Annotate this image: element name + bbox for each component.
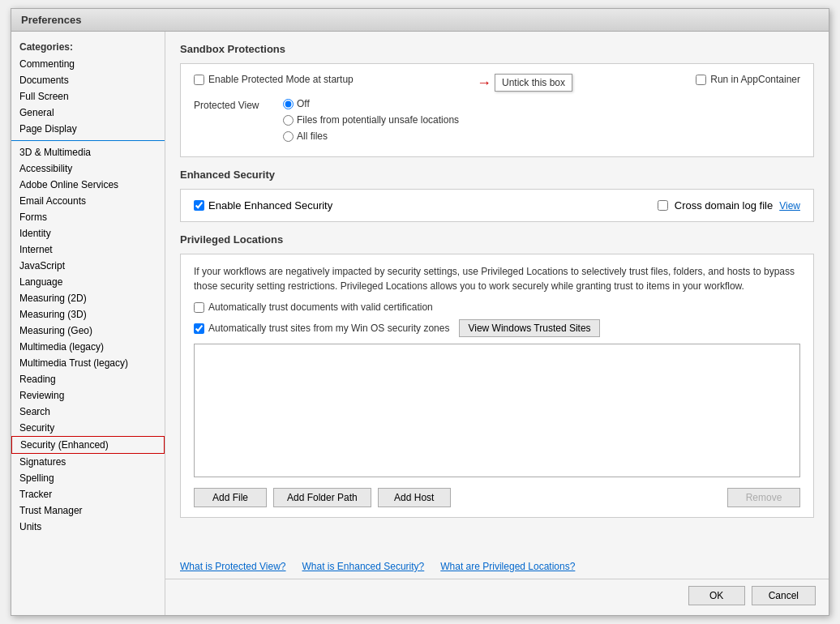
sandbox-section-title: Sandbox Protections	[180, 43, 814, 55]
auto-trust-docs-row: Automatically trust documents with valid…	[194, 301, 800, 313]
sidebar-item-signatures[interactable]: Signatures	[11, 454, 165, 470]
sidebar-item-reading[interactable]: Reading	[11, 371, 165, 387]
enhanced-security-title: Enhanced Security	[180, 169, 814, 181]
add-file-button[interactable]: Add File	[194, 488, 267, 507]
auto-trust-docs-checkbox[interactable]	[194, 302, 204, 313]
sidebar-item-security-enhanced[interactable]: Security (Enhanced)	[11, 436, 165, 454]
what-are-privileged-locations-link[interactable]: What are Privileged Locations?	[440, 561, 575, 572]
pv-all-radio[interactable]	[283, 131, 294, 142]
es-left: Enable Enhanced Security	[194, 199, 332, 212]
sidebar-item-internet[interactable]: Internet	[11, 241, 165, 258]
pv-unsafe-radio[interactable]	[283, 115, 294, 126]
sidebar-item-tracker[interactable]: Tracker	[11, 486, 165, 502]
view-windows-trusted-sites-button[interactable]: View Windows Trusted Sites	[459, 319, 599, 337]
sidebar-item-measuringgeo[interactable]: Measuring (Geo)	[11, 323, 165, 339]
sidebar-item-measuring2d[interactable]: Measuring (2D)	[11, 290, 165, 306]
pl-buttons-row: Add File Add Folder Path Add Host Remove	[194, 488, 800, 507]
pv-unsafe-label[interactable]: Files from potentially unsafe locations	[283, 114, 459, 126]
bottom-links: What is Protected View? What is Enhanced…	[165, 554, 829, 579]
add-folder-button[interactable]: Add Folder Path	[273, 488, 371, 507]
sidebar-item-security[interactable]: Security	[11, 420, 165, 436]
ok-button[interactable]: OK	[688, 586, 745, 605]
cross-domain-label: Cross domain log file	[675, 199, 773, 212]
pv-off-radio[interactable]	[283, 99, 294, 109]
run-in-appcontainer-label: Run in AppContainer	[710, 74, 800, 85]
what-is-protected-view-link[interactable]: What is Protected View?	[180, 561, 286, 572]
sidebar-item-3dmultimedia[interactable]: 3D & Multimedia	[11, 144, 165, 160]
main-panel: Sandbox Protections Enable Protected Mod…	[165, 32, 829, 615]
sidebar-item-javascript[interactable]: JavaScript	[11, 258, 165, 274]
add-host-button[interactable]: Add Host	[378, 488, 451, 507]
run-in-appcontainer-group: Run in AppContainer	[696, 74, 800, 85]
sidebar-item-general[interactable]: General	[11, 105, 165, 121]
sidebar-item-language[interactable]: Language	[11, 274, 165, 290]
sandbox-row1: Enable Protected Mode at startup → Untic…	[194, 74, 800, 92]
cross-domain-checkbox[interactable]	[658, 200, 668, 211]
auto-trust-sites-row: Automatically trust sites from my Win OS…	[194, 319, 800, 337]
protected-view-row: Protected View Off Files from potentiall…	[194, 98, 800, 142]
enable-pm-group: Enable Protected Mode at startup	[194, 74, 354, 85]
auto-trust-sites-label: Automatically trust sites from my Win OS…	[208, 323, 449, 334]
sidebar-item-identity[interactable]: Identity	[11, 225, 165, 241]
auto-trust-docs-label: Automatically trust documents with valid…	[208, 301, 433, 313]
main-content: Sandbox Protections Enable Protected Mod…	[165, 32, 829, 554]
privileged-locations-title: Privileged Locations	[180, 233, 814, 246]
enhanced-security-box: Enable Enhanced Security Cross domain lo…	[180, 189, 814, 222]
sandbox-section-box: Enable Protected Mode at startup → Untic…	[180, 63, 814, 157]
dialog-footer: OK Cancel	[165, 579, 829, 615]
sidebar-item-search[interactable]: Search	[11, 404, 165, 420]
sidebar-item-multimedialegacy[interactable]: Multimedia (legacy)	[11, 339, 165, 355]
enable-protected-mode-checkbox[interactable]	[194, 75, 204, 85]
cancel-button[interactable]: Cancel	[752, 586, 816, 605]
sidebar-item-accessibility[interactable]: Accessibility	[11, 160, 165, 177]
sidebar-item-documents[interactable]: Documents	[11, 72, 165, 88]
dialog-title: Preferences	[11, 9, 829, 32]
pv-off-label[interactable]: Off	[283, 98, 459, 109]
enable-enhanced-security-checkbox[interactable]	[194, 200, 204, 211]
sidebar-item-trustmanager[interactable]: Trust Manager	[11, 502, 165, 519]
pl-description: If your workflows are negatively impacte…	[194, 264, 800, 293]
pv-all-label[interactable]: All files	[283, 130, 459, 142]
view-link[interactable]: View	[779, 200, 800, 212]
sidebar: Categories: Commenting Documents Full Sc…	[11, 32, 165, 615]
auto-trust-sites-checkbox[interactable]	[194, 323, 204, 334]
remove-button[interactable]: Remove	[727, 488, 800, 507]
enable-enhanced-security-label: Enable Enhanced Security	[208, 199, 332, 212]
protected-view-options: Off Files from potentially unsafe locati…	[283, 98, 459, 142]
privileged-locations-box: If your workflows are negatively impacte…	[180, 254, 814, 518]
privileged-locations-textarea[interactable]	[194, 344, 800, 477]
enhanced-security-row: Enable Enhanced Security Cross domain lo…	[194, 199, 800, 212]
protected-view-label: Protected View	[194, 98, 283, 111]
sidebar-item-emailaccounts[interactable]: Email Accounts	[11, 193, 165, 209]
sidebar-item-units[interactable]: Units	[11, 519, 165, 535]
sidebar-item-multimediatrust[interactable]: Multimedia Trust (legacy)	[11, 355, 165, 371]
callout-wrapper: Untick this box	[495, 74, 572, 92]
run-in-appcontainer-checkbox[interactable]	[696, 75, 706, 85]
sidebar-item-pagedisplay[interactable]: Page Display	[11, 121, 165, 137]
categories-label: Categories:	[11, 38, 165, 56]
sidebar-item-reviewing[interactable]: Reviewing	[11, 387, 165, 404]
preferences-dialog: Preferences Categories: Commenting Docum…	[11, 8, 829, 616]
sidebar-item-fullscreen[interactable]: Full Screen	[11, 88, 165, 105]
es-right: Cross domain log file View	[658, 199, 800, 212]
sidebar-item-measuring3d[interactable]: Measuring (3D)	[11, 306, 165, 323]
sidebar-item-spelling[interactable]: Spelling	[11, 470, 165, 486]
callout-box: Untick this box	[495, 74, 572, 92]
sidebar-item-adobeonline[interactable]: Adobe Online Services	[11, 177, 165, 193]
enable-protected-mode-label: Enable Protected Mode at startup	[208, 74, 354, 85]
sidebar-divider	[11, 140, 165, 141]
what-is-enhanced-security-link[interactable]: What is Enhanced Security?	[302, 561, 425, 572]
dialog-body: Categories: Commenting Documents Full Sc…	[11, 32, 829, 615]
callout-group: → Untick this box	[477, 74, 572, 92]
red-arrow-icon: →	[477, 75, 491, 92]
sidebar-item-commenting[interactable]: Commenting	[11, 56, 165, 72]
sidebar-item-forms[interactable]: Forms	[11, 209, 165, 225]
